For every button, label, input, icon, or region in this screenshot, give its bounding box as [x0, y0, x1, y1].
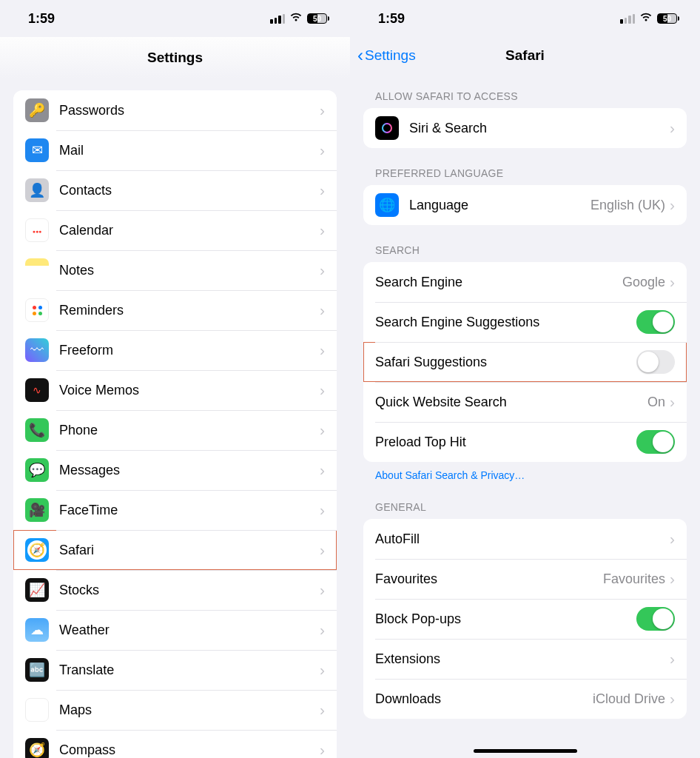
- trans-icon: 🔤: [25, 658, 49, 682]
- settings-row-reminders[interactable]: Reminders›: [13, 290, 337, 330]
- battery-icon: 50: [307, 13, 329, 24]
- chevron-right-icon: ›: [320, 621, 325, 639]
- rem-icon: [25, 298, 49, 322]
- row-siri-search[interactable]: Siri & Search›: [363, 108, 687, 148]
- back-button[interactable]: ‹ Settings: [357, 47, 416, 64]
- stocks-icon: 📈: [25, 578, 49, 602]
- toggle-switch[interactable]: [636, 430, 675, 454]
- chevron-right-icon: ›: [670, 393, 675, 411]
- row-label: Block Pop-ups: [375, 611, 636, 627]
- row-value: English (UK): [590, 198, 665, 213]
- toggle-switch[interactable]: [636, 350, 675, 374]
- mail-icon: ✉︎: [25, 138, 49, 162]
- chevron-right-icon: ›: [320, 181, 325, 199]
- lang-icon: 🌐: [375, 193, 399, 217]
- settings-row-freeform[interactable]: 〰Freeform›: [13, 330, 337, 370]
- section-header-access: ALLOW SAFARI TO ACCESS: [375, 90, 685, 102]
- wifi-icon: [639, 12, 653, 25]
- row-label: Safari: [59, 543, 320, 558]
- row-language[interactable]: 🌐LanguageEnglish (UK)›: [363, 185, 687, 225]
- row-label: AutoFill: [375, 531, 670, 547]
- row-preload-top-hit[interactable]: Preload Top Hit: [363, 422, 687, 462]
- back-label: Settings: [365, 47, 416, 64]
- row-quick-website-search[interactable]: Quick Website SearchOn›: [363, 382, 687, 422]
- row-safari-suggestions[interactable]: Safari Suggestions: [363, 342, 687, 382]
- header: Settings: [0, 37, 350, 78]
- weather-icon: ☁︎: [25, 618, 49, 642]
- status-right: 50: [270, 12, 329, 25]
- chevron-right-icon: ›: [320, 701, 325, 719]
- status-bar: 1:59 50: [350, 0, 700, 37]
- settings-row-mail[interactable]: ✉︎Mail›: [13, 130, 337, 170]
- row-label: Calendar: [59, 223, 320, 238]
- page-title: Safari: [505, 47, 545, 64]
- settings-row-translate[interactable]: 🔤Translate›: [13, 650, 337, 690]
- row-label: Passwords: [59, 103, 320, 118]
- settings-row-compass[interactable]: 🧭Compass›: [13, 730, 337, 758]
- row-label: Safari Suggestions: [375, 355, 636, 370]
- row-search-engine[interactable]: Search EngineGoogle›: [363, 262, 687, 302]
- status-right: 50: [620, 12, 679, 25]
- section-header-search: SEARCH: [375, 244, 685, 256]
- settings-row-phone[interactable]: 📞Phone›: [13, 410, 337, 450]
- chevron-right-icon: ›: [320, 141, 325, 159]
- settings-row-facetime[interactable]: 🎥FaceTime›: [13, 490, 337, 530]
- row-label: Stocks: [59, 583, 320, 598]
- row-label: Freeform: [59, 343, 320, 358]
- row-label: Maps: [59, 702, 320, 718]
- settings-row-notes[interactable]: Notes›: [13, 250, 337, 290]
- chevron-right-icon: ›: [320, 581, 325, 599]
- chevron-right-icon: ›: [670, 273, 675, 291]
- section-header-general: GENERAL: [375, 501, 685, 513]
- nav-header: ‹ Settings Safari: [350, 37, 700, 74]
- notes-icon: [25, 258, 49, 282]
- row-label: Preload Top Hit: [375, 435, 636, 450]
- chevron-right-icon: ›: [320, 461, 325, 479]
- row-label: Voice Memos: [59, 383, 320, 398]
- settings-row-calendar[interactable]: ●●●Calendar›: [13, 210, 337, 250]
- chevron-right-icon: ›: [320, 421, 325, 439]
- row-downloads[interactable]: DownloadsiCloud Drive›: [363, 679, 687, 719]
- chevron-right-icon: ›: [320, 101, 325, 119]
- status-bar: 1:59 50: [0, 0, 350, 37]
- row-extensions[interactable]: Extensions›: [363, 639, 687, 679]
- free-icon: 〰: [25, 338, 49, 362]
- status-time: 1:59: [28, 11, 55, 27]
- settings-row-messages[interactable]: 💬Messages›: [13, 450, 337, 490]
- signal-icon: [270, 14, 285, 24]
- settings-row-stocks[interactable]: 📈Stocks›: [13, 570, 337, 610]
- row-block-pop-ups[interactable]: Block Pop-ups: [363, 599, 687, 639]
- toggle-switch[interactable]: [636, 310, 675, 334]
- toggle-switch[interactable]: [636, 607, 675, 631]
- row-search-engine-suggestions[interactable]: Search Engine Suggestions: [363, 302, 687, 342]
- home-indicator[interactable]: [474, 749, 577, 753]
- settings-row-voicememos[interactable]: ∿Voice Memos›: [13, 370, 337, 410]
- safari-settings-content[interactable]: ALLOW SAFARI TO ACCESS Siri & Search› PR…: [350, 74, 700, 758]
- chevron-right-icon: ›: [320, 301, 325, 319]
- settings-main-screen: 1:59 50 Settings 🔑Passwords›✉︎Mail›👤Cont…: [0, 0, 350, 758]
- chevron-right-icon: ›: [670, 650, 675, 668]
- row-autofill[interactable]: AutoFill›: [363, 519, 687, 559]
- row-favourites[interactable]: FavouritesFavourites›: [363, 559, 687, 599]
- settings-row-contacts[interactable]: 👤Contacts›: [13, 170, 337, 210]
- chevron-right-icon: ›: [670, 530, 675, 548]
- row-label: Extensions: [375, 651, 670, 667]
- search-privacy-link[interactable]: About Safari Search & Privacy…: [375, 469, 525, 481]
- settings-row-passwords[interactable]: 🔑Passwords›: [13, 90, 337, 130]
- row-label: Weather: [59, 623, 320, 638]
- contacts-icon: 👤: [25, 178, 49, 202]
- row-label: Search Engine Suggestions: [375, 315, 636, 330]
- settings-row-weather[interactable]: ☁︎Weather›: [13, 610, 337, 650]
- page-title: Settings: [147, 50, 203, 66]
- wifi-icon: [289, 12, 303, 25]
- settings-row-safari[interactable]: 🧭Safari›: [13, 530, 337, 570]
- settings-row-maps[interactable]: 🗺Maps›: [13, 690, 337, 730]
- settings-list[interactable]: 🔑Passwords›✉︎Mail›👤Contacts›●●●Calendar›…: [0, 78, 350, 758]
- ft-icon: 🎥: [25, 498, 49, 522]
- chevron-right-icon: ›: [320, 261, 325, 279]
- voice-icon: ∿: [25, 378, 49, 402]
- cal-icon: ●●●: [25, 218, 49, 242]
- chevron-left-icon: ‹: [357, 47, 363, 64]
- siri-icon: [375, 116, 399, 140]
- row-label: Reminders: [59, 303, 320, 318]
